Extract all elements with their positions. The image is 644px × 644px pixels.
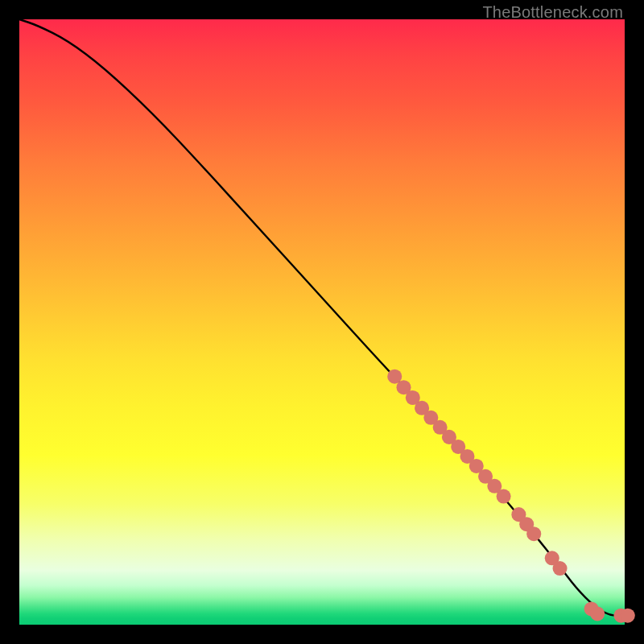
data-point	[553, 561, 568, 576]
data-point	[526, 526, 541, 541]
watermark-text: TheBottleneck.com	[482, 3, 623, 22]
main-curve	[19, 19, 625, 616]
data-point	[497, 489, 511, 504]
marker-cluster	[387, 369, 635, 623]
chart-svg	[19, 19, 625, 625]
data-point	[590, 606, 605, 621]
data-point	[621, 609, 635, 623]
plot-area	[19, 19, 625, 625]
chart-frame: TheBottleneck.com	[0, 0, 644, 644]
